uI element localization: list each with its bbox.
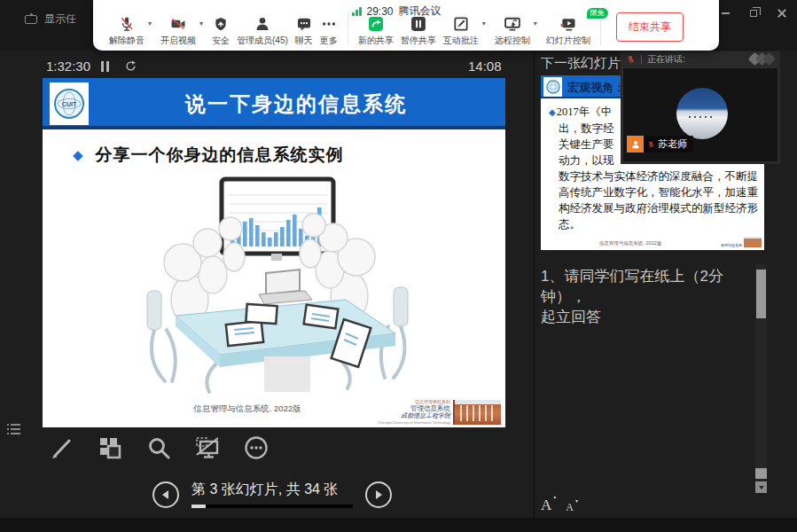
scrollbar-block[interactable] xyxy=(755,468,767,479)
start-video-button[interactable]: 开启视频 xyxy=(157,15,199,47)
slide-title: 说一下身边的信息系统 xyxy=(96,90,496,118)
font-decrease-tick-icon: ▾ xyxy=(575,497,578,504)
panel-divider xyxy=(534,51,535,518)
black-screen-button[interactable] xyxy=(192,433,223,463)
toolbar-separator xyxy=(348,13,348,45)
scrollbar-thumb[interactable] xyxy=(756,270,766,318)
speaker-notes[interactable]: 1、请同学们写在纸上（2分钟）， 起立回答 xyxy=(541,266,750,327)
slide-control-label: 幻灯片控制 xyxy=(546,35,590,47)
close-icon xyxy=(777,9,786,18)
restart-timer-button[interactable] xyxy=(124,59,137,76)
camera-dropdown-caret-icon[interactable] xyxy=(199,20,208,27)
slide-progress-track[interactable] xyxy=(191,505,353,508)
preview-text-line: 数字技术与实体经济的深度融合，不断提 xyxy=(549,168,759,184)
restore-icon xyxy=(750,10,757,17)
watermark-english: Chengdu University of Information Techno… xyxy=(378,420,450,425)
pause-share-icon xyxy=(410,15,427,33)
shield-icon xyxy=(213,15,229,33)
new-share-label: 新的共享 xyxy=(358,35,394,47)
remote-control-button[interactable]: 远程控制 xyxy=(491,15,534,47)
end-share-button[interactable]: 结束共享 xyxy=(616,12,684,42)
notes-scrollbar[interactable] xyxy=(755,264,767,493)
scrollbar-down-button[interactable] xyxy=(755,481,767,493)
previous-slide-button[interactable] xyxy=(152,481,179,508)
presenter-tools xyxy=(46,433,271,463)
preview-text-line: 态。 xyxy=(549,216,759,232)
annotate-button[interactable]: 互动批注 xyxy=(440,15,482,47)
bottom-strip xyxy=(0,518,797,532)
remote-control-label: 远程控制 xyxy=(495,35,530,47)
unmute-label: 解除静音 xyxy=(109,35,145,47)
mic-dropdown-caret-icon[interactable] xyxy=(148,20,157,27)
notes-line: 起立回答 xyxy=(541,307,750,327)
remote-dropdown-caret-icon[interactable] xyxy=(534,20,543,27)
more-tools-button[interactable] xyxy=(241,433,271,463)
video-panel-header: 正在讲话: xyxy=(621,51,780,67)
see-all-slides-button[interactable] xyxy=(95,433,125,463)
slide-bullet-text: 分享一个你身边的信息系统实例 xyxy=(96,144,344,167)
video-panel[interactable]: 正在讲话: 苏老师 xyxy=(621,51,780,164)
person-icon xyxy=(254,15,271,33)
chat-button[interactable]: 聊天 xyxy=(292,15,316,47)
pause-share-label: 暂停共享 xyxy=(401,35,436,47)
new-share-button[interactable]: 新的共享 xyxy=(355,15,397,47)
zoom-tool-button[interactable] xyxy=(144,433,174,463)
slide-watermark: 信息管理课程系列 管理信息系统 成都信息工程学院 Chengdu Univers… xyxy=(378,399,501,425)
meeting-toolbar: 29:30 腾讯会议 解除静音 开启视频 xyxy=(93,0,719,51)
preview-text-line: 高传统产业数字化，智能化水平，加速重 xyxy=(549,184,759,200)
mic-muted-icon xyxy=(118,15,136,33)
share-new-icon xyxy=(367,15,385,33)
pen-tool-button[interactable] xyxy=(46,433,76,463)
video-tile[interactable]: 苏老师 xyxy=(622,67,778,162)
unmute-button[interactable]: 解除静音 xyxy=(105,15,148,47)
preview-watermark-building xyxy=(744,237,762,247)
minimize-button[interactable] xyxy=(715,5,735,21)
member-role-icon xyxy=(627,136,644,153)
security-button[interactable]: 安全 xyxy=(208,15,233,47)
participant-name: 苏老师 xyxy=(658,137,687,151)
watermark-title: 管理信息系统 xyxy=(378,404,450,412)
layout-switch-icon[interactable] xyxy=(748,53,775,66)
speaker-mic-muted-icon xyxy=(626,54,636,65)
restore-button[interactable] xyxy=(744,5,763,21)
preview-text-line: 构经济发展与政府治理模式的新型经济形 xyxy=(549,200,759,216)
bullet-diamond-icon: ◆ xyxy=(73,147,83,163)
next-slide-label: 下一张幻灯片 xyxy=(541,55,621,72)
slide-counter: 第 3 张幻灯片, 共 34 张 xyxy=(191,481,353,499)
slide-control-button[interactable]: 幻灯片控制 限免 xyxy=(543,15,594,47)
more-button[interactable]: 更多 xyxy=(316,15,341,47)
header-divider xyxy=(641,55,642,64)
pause-share-button[interactable]: 暂停共享 xyxy=(397,15,440,47)
taskbar-icon xyxy=(25,15,37,24)
slide-control-icon xyxy=(559,15,578,33)
participant-avatar xyxy=(676,88,728,139)
watermark-building-image xyxy=(453,400,501,425)
meeting-toolbar-buttons: 解除静音 开启视频 安全 管理成员(45) xyxy=(105,12,684,47)
limited-free-badge: 限免 xyxy=(587,8,608,19)
manage-members-button[interactable]: 管理成员(45) xyxy=(233,15,292,47)
svg-text:CUIT: CUIT xyxy=(62,101,77,107)
wall-clock: 14:08 xyxy=(468,59,502,74)
preview-bullet-diamond-icon: ◆ xyxy=(549,107,556,117)
minimize-icon xyxy=(722,12,730,14)
start-video-label: 开启视频 xyxy=(160,35,196,47)
notes-list-icon[interactable] xyxy=(7,424,20,434)
remote-control-icon xyxy=(503,15,522,33)
pause-timer-button[interactable] xyxy=(101,61,109,72)
more-dots-icon xyxy=(320,15,338,33)
window-controls xyxy=(715,5,792,21)
notes-font-controls: A▴ A▾ xyxy=(541,497,574,514)
manage-members-label: 管理成员(45) xyxy=(237,35,288,47)
font-decrease-button[interactable]: A▾ xyxy=(566,501,574,514)
camera-off-icon xyxy=(168,15,188,33)
show-taskbar-control[interactable]: 显示任 xyxy=(25,12,76,27)
annotate-label: 互动批注 xyxy=(443,35,479,47)
annotate-dropdown-caret-icon[interactable] xyxy=(482,20,491,27)
slide-header-band: CUIT 说一下身边的信息系统 xyxy=(43,78,505,129)
more-label: 更多 xyxy=(320,35,338,47)
current-slide[interactable]: CUIT 说一下身边的信息系统 ◆ 分享一个你身边的信息系统实例 xyxy=(43,78,505,427)
next-slide-button[interactable] xyxy=(365,481,392,508)
watermark-school: 成都信息工程学院 xyxy=(378,412,450,420)
close-button[interactable] xyxy=(772,5,792,21)
font-increase-button[interactable]: A▴ xyxy=(541,497,551,514)
